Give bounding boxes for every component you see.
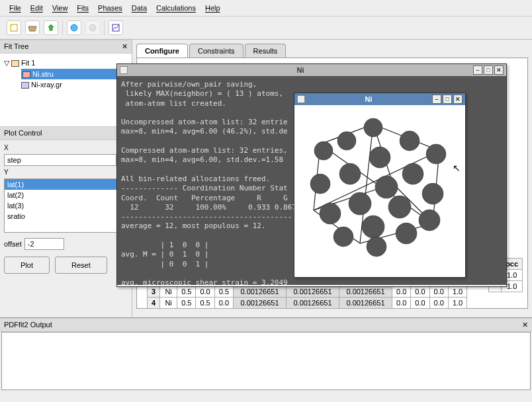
table-row[interactable]: 3 Ni 0.5 0.0 0.5 0.00126651 0.00126651 0… — [148, 286, 467, 298]
fit-tree-header: Fit Tree ✕ — [0, 40, 132, 54]
tab-configure[interactable]: Configure — [136, 44, 188, 58]
menu-data[interactable]: Data — [128, 3, 151, 13]
console-titlebar[interactable]: Ni – □ ✕ — [117, 64, 506, 76]
tab-constraints[interactable]: Constraints — [189, 44, 244, 58]
window-icon — [120, 66, 128, 74]
close-button[interactable]: ✕ — [453, 95, 463, 104]
stop-button[interactable] — [85, 20, 100, 35]
toolbar — [0, 17, 532, 40]
svg-point-16 — [314, 141, 333, 160]
svg-point-22 — [422, 183, 443, 204]
svg-point-3 — [89, 24, 96, 31]
atoms-table-fragment: 3 Ni 0.5 0.0 0.5 0.00126651 0.00126651 0… — [147, 286, 467, 309]
left-column: Fit Tree ✕ ▽ Fit 1 Ni.stru Ni-xray.gr Pl… — [0, 40, 132, 317]
x-field[interactable] — [4, 154, 116, 166]
menu-fits[interactable]: Fits — [73, 3, 93, 13]
plot-window-button[interactable] — [109, 20, 123, 35]
viewer-window[interactable]: Ni – □ ✕ — [294, 93, 466, 278]
svg-point-12 — [364, 118, 382, 137]
svg-point-19 — [339, 163, 361, 184]
svg-point-24 — [388, 196, 411, 218]
svg-point-15 — [337, 132, 356, 150]
viewer-title: Ni — [365, 95, 373, 103]
svg-point-2 — [71, 24, 77, 31]
y-item[interactable]: sratio — [5, 211, 127, 221]
y-list[interactable]: lat(1) lat(2) lat(3) sratio — [4, 179, 128, 233]
tab-results[interactable]: Results — [245, 44, 287, 58]
menu-edit[interactable]: Edit — [26, 3, 47, 13]
svg-point-23 — [349, 192, 371, 215]
plot-button[interactable]: Plot — [4, 257, 50, 274]
menu-calculations[interactable]: Calculations — [152, 3, 200, 13]
menu-phases[interactable]: Phases — [94, 3, 126, 13]
output-close-icon[interactable]: ✕ — [522, 321, 528, 329]
svg-point-28 — [396, 223, 417, 244]
menu-view[interactable]: View — [48, 3, 72, 13]
maximize-button[interactable]: □ — [443, 95, 452, 104]
menu-file[interactable]: File — [5, 3, 25, 13]
svg-point-21 — [310, 174, 330, 194]
svg-point-17 — [369, 147, 390, 168]
fit-tree-close-icon[interactable]: ✕ — [122, 42, 128, 51]
svg-point-18 — [402, 163, 423, 184]
x-label: X — [4, 144, 128, 151]
run-button[interactable] — [67, 20, 81, 35]
save-button[interactable] — [44, 20, 58, 35]
console-title: Ni — [297, 66, 304, 74]
tab-bar: Configure Constraints Results — [136, 44, 528, 58]
output-header: PDFfit2 Output ✕ — [0, 318, 532, 332]
y-label: Y — [4, 169, 128, 176]
window-icon — [297, 95, 305, 103]
open-button[interactable] — [25, 20, 40, 35]
minimize-button[interactable]: – — [473, 65, 482, 75]
new-button[interactable] — [7, 20, 21, 35]
svg-point-13 — [400, 131, 420, 151]
svg-point-25 — [320, 203, 341, 224]
svg-point-29 — [333, 227, 353, 247]
offset-label: offset — [4, 240, 22, 248]
output-textarea[interactable] — [1, 332, 531, 390]
menu-bar: File Edit View Fits Phases Data Calculat… — [0, 0, 532, 17]
table-row[interactable]: 4 Ni 0.5 0.5 0.0 0.00126651 0.00126651 0… — [148, 298, 467, 309]
y-item[interactable]: lat(1) — [5, 179, 127, 190]
svg-point-26 — [419, 210, 440, 231]
viewer-titlebar[interactable]: Ni – □ ✕ — [294, 93, 465, 105]
svg-point-30 — [367, 237, 386, 257]
fit-tree[interactable]: ▽ Fit 1 Ni.stru Ni-xray.gr — [0, 54, 132, 126]
y-item[interactable]: lat(3) — [5, 200, 127, 211]
svg-point-27 — [362, 216, 384, 238]
maximize-button[interactable]: □ — [484, 65, 493, 75]
viewer-canvas[interactable] — [294, 105, 465, 276]
offset-field[interactable] — [24, 238, 64, 250]
plot-control: X Y lat(1) lat(2) lat(3) sratio offset P… — [0, 140, 132, 278]
menu-help[interactable]: Help — [201, 3, 224, 13]
output-panel: PDFfit2 Output ✕ — [0, 317, 532, 390]
close-button[interactable]: ✕ — [494, 65, 504, 75]
tree-item-stru[interactable]: Ni.stru — [21, 69, 128, 79]
plot-control-header: Plot Control ✕ — [0, 126, 132, 140]
tree-item-gr[interactable]: Ni-xray.gr — [21, 79, 128, 90]
y-item[interactable]: lat(2) — [5, 190, 127, 200]
tree-root[interactable]: ▽ Fit 1 — [4, 58, 128, 69]
reset-button[interactable]: Reset — [55, 257, 107, 274]
svg-point-20 — [375, 176, 398, 198]
svg-point-14 — [426, 144, 446, 164]
minimize-button[interactable]: – — [432, 95, 441, 104]
